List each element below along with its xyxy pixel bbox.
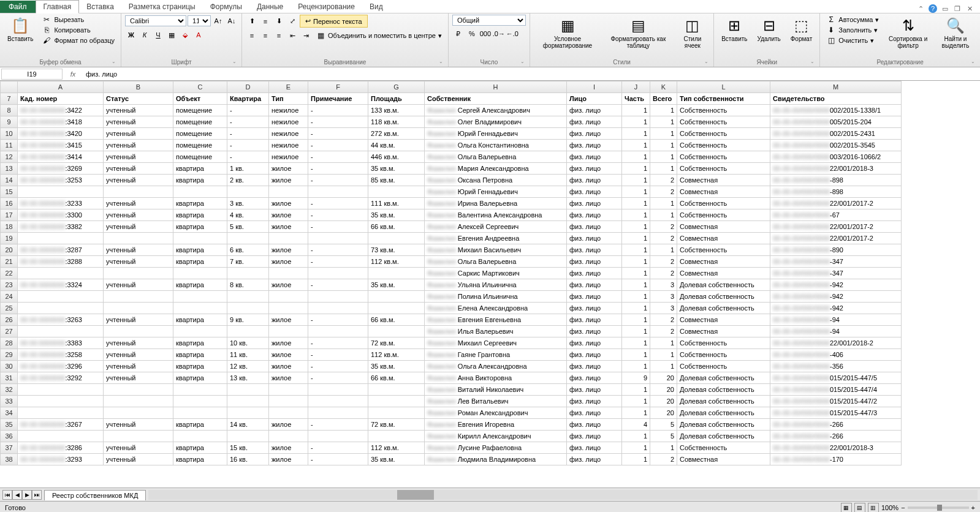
cell[interactable]: [368, 291, 425, 303]
column-title[interactable]: Объект: [173, 93, 227, 105]
row-header[interactable]: 37: [1, 442, 18, 454]
cell[interactable]: Фамилия Михаил Васильевич: [425, 244, 567, 256]
cell[interactable]: 10 кв.: [227, 337, 269, 349]
cell[interactable]: [269, 233, 308, 244]
view-pagebreak-icon[interactable]: ▥: [868, 503, 879, 513]
cell[interactable]: [104, 303, 173, 314]
cell[interactable]: физ. лицо: [567, 396, 622, 407]
cell[interactable]: [18, 326, 104, 337]
font-color-button[interactable]: A: [192, 29, 205, 41]
cell[interactable]: физ. лицо: [567, 419, 622, 431]
cell[interactable]: 00:00:0000000:3300: [18, 209, 104, 221]
cell[interactable]: 1: [622, 314, 650, 326]
cell[interactable]: 00:00:0000000:3382: [18, 221, 104, 233]
cell[interactable]: 00:00:0000000:3258: [18, 349, 104, 361]
cell[interactable]: 00-00-00/000/0000-266: [770, 419, 902, 431]
cell[interactable]: учтенный: [104, 175, 173, 186]
cell[interactable]: 00-00-00/000/0000-898: [770, 175, 902, 186]
cell[interactable]: Фамилия Ольга Валерьевна: [425, 256, 567, 268]
col-header-D[interactable]: D: [227, 81, 269, 93]
cell[interactable]: 1: [622, 175, 650, 186]
cell[interactable]: 2: [650, 175, 677, 186]
cell[interactable]: 20: [650, 384, 677, 396]
help-icon[interactable]: ?: [929, 4, 937, 13]
row-header[interactable]: 22: [1, 268, 18, 279]
conditional-format-button[interactable]: ▦Условное форматирование: [534, 15, 601, 58]
cell[interactable]: 00:00:0000000:3286: [18, 442, 104, 454]
row-header[interactable]: 23: [1, 279, 18, 291]
cell[interactable]: [308, 268, 368, 279]
format-table-button[interactable]: ▤Форматировать как таблицу: [604, 15, 672, 58]
cell[interactable]: 00-00-00/000/0000-890: [770, 244, 902, 256]
row-header[interactable]: 27: [1, 326, 18, 337]
row-header[interactable]: 21: [1, 256, 18, 268]
cell[interactable]: [368, 407, 425, 419]
minimize-ribbon-icon[interactable]: ⌃: [916, 4, 925, 13]
fx-icon[interactable]: fx: [64, 70, 82, 78]
cell[interactable]: [368, 233, 425, 244]
view-layout-icon[interactable]: ▤: [854, 503, 865, 513]
cell[interactable]: Долевая собственность: [677, 407, 770, 419]
cell[interactable]: [18, 431, 104, 442]
cell[interactable]: [227, 431, 269, 442]
cell[interactable]: [104, 268, 173, 279]
row-header[interactable]: 7: [1, 93, 18, 105]
cell[interactable]: помещение: [173, 105, 227, 116]
cell[interactable]: Фамилия Лусине Рафаеловна: [425, 442, 567, 454]
cell[interactable]: учтенный: [104, 128, 173, 140]
cell[interactable]: жилое: [269, 419, 308, 431]
cell[interactable]: 1: [650, 105, 677, 116]
cell[interactable]: [308, 384, 368, 396]
cell[interactable]: 1: [622, 116, 650, 128]
cell[interactable]: -: [308, 256, 368, 268]
cell[interactable]: физ. лицо: [567, 407, 622, 419]
cell[interactable]: 00:00:0000000:3269: [18, 163, 104, 175]
cell[interactable]: 3: [650, 279, 677, 291]
cell[interactable]: Фамилия Мария Александровна: [425, 163, 567, 175]
cell[interactable]: 00-00-00/000/000022/001/2018-2: [770, 337, 902, 349]
column-title[interactable]: Статус: [104, 93, 173, 105]
cell[interactable]: [227, 303, 269, 314]
row-header[interactable]: 36: [1, 431, 18, 442]
cell[interactable]: 446 кв.м.: [368, 151, 425, 163]
cell[interactable]: Собственность: [677, 116, 770, 128]
row-header[interactable]: 28: [1, 337, 18, 349]
cell[interactable]: Долевая собственность: [677, 303, 770, 314]
cell[interactable]: жилое: [269, 198, 308, 209]
cell[interactable]: Фамилия Ульяна Ильинична: [425, 279, 567, 291]
cell[interactable]: 1: [650, 349, 677, 361]
cell[interactable]: Долевая собственность: [677, 431, 770, 442]
cell[interactable]: нежилое: [269, 151, 308, 163]
format-cells-button[interactable]: ⬚Формат: [787, 15, 816, 58]
autosum-button[interactable]: ΣАвтосумма ▾: [824, 15, 881, 24]
cell[interactable]: физ. лицо: [567, 105, 622, 116]
cell[interactable]: Совместная: [677, 221, 770, 233]
cell[interactable]: [18, 303, 104, 314]
cell[interactable]: -: [308, 419, 368, 431]
col-header-K[interactable]: K: [650, 81, 677, 93]
cell[interactable]: учтенный: [104, 116, 173, 128]
cell[interactable]: 1: [622, 361, 650, 372]
cell[interactable]: -: [308, 209, 368, 221]
cell[interactable]: [368, 396, 425, 407]
cell[interactable]: 7 кв.: [227, 256, 269, 268]
align-right-icon[interactable]: ≡: [273, 29, 285, 42]
cell[interactable]: 00:00:0000000:3292: [18, 372, 104, 384]
cell[interactable]: физ. лицо: [567, 175, 622, 186]
italic-button[interactable]: К: [139, 29, 151, 41]
cell[interactable]: 272 кв.м.: [368, 128, 425, 140]
cell[interactable]: 00-00-00/000/0000-406: [770, 349, 902, 361]
cell[interactable]: 1: [622, 431, 650, 442]
cell[interactable]: физ. лицо: [567, 151, 622, 163]
cell[interactable]: Собственность: [677, 244, 770, 256]
cell[interactable]: Совместная: [677, 454, 770, 465]
col-header-G[interactable]: G: [368, 81, 425, 93]
cell[interactable]: жилое: [269, 256, 308, 268]
cell[interactable]: [104, 407, 173, 419]
cell[interactable]: 13 кв.: [227, 372, 269, 384]
cell[interactable]: 00-00-00/000/0000002/2015-3545: [770, 140, 902, 151]
cell[interactable]: 112 кв.м.: [368, 256, 425, 268]
cell[interactable]: Совместная: [677, 256, 770, 268]
cell[interactable]: 1: [622, 279, 650, 291]
cell[interactable]: физ. лицо: [567, 128, 622, 140]
